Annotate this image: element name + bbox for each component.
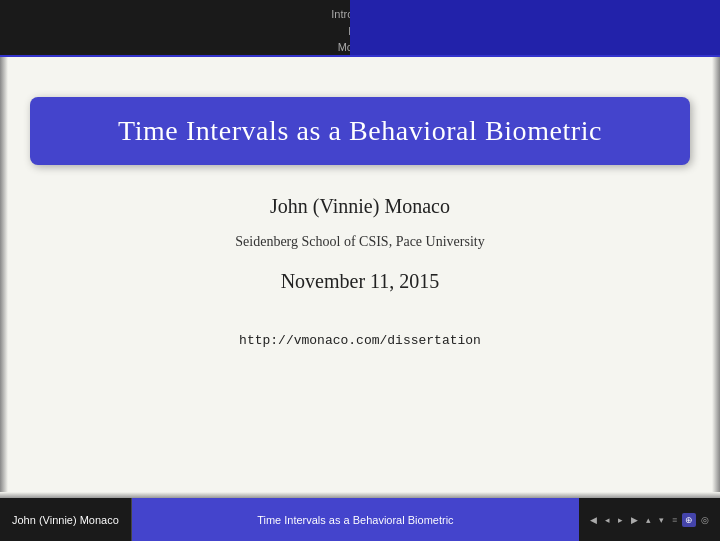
nav-first-button[interactable]: ◀ (587, 513, 600, 527)
slide-main-area: Time Intervals as a Behavioral Biometric… (0, 57, 720, 498)
bottom-navigation-bar: John (Vinnie) Monaco Time Intervals as a… (0, 498, 720, 541)
footer-author-label: John (Vinnie) Monaco (0, 498, 132, 541)
slide-title-box: Time Intervals as a Behavioral Biometric (30, 97, 690, 165)
footer-controls: ◀ ◂ ▸ ▶ ▴ ▾ ≡ ⊕ ◎ (579, 498, 720, 541)
slide-institution: Seidenberg School of CSIS, Pace Universi… (235, 234, 484, 250)
nav-last-button[interactable]: ▶ (628, 513, 641, 527)
slide-left-shadow (0, 57, 8, 498)
slide-url[interactable]: http://vmonaco.com/dissertation (239, 333, 481, 348)
top-navigation-bar: Introduction Data Modeling Conclusions (0, 0, 720, 57)
settings-button[interactable]: ◎ (698, 513, 712, 527)
nav-prev-button[interactable]: ◂ (602, 513, 613, 527)
slide-right-shadow (712, 57, 720, 498)
header-right-block (350, 0, 720, 57)
nav-next-button[interactable]: ▸ (615, 513, 626, 527)
slide-title: Time Intervals as a Behavioral Biometric (60, 115, 660, 147)
slide-author: John (Vinnie) Monaco (270, 195, 450, 218)
menu-button[interactable]: ≡ (669, 513, 680, 527)
nav-down-button[interactable]: ▾ (656, 513, 667, 527)
slide-date: November 11, 2015 (281, 270, 440, 293)
slide-bottom-shadow (0, 492, 720, 498)
zoom-button[interactable]: ⊕ (682, 513, 696, 527)
footer-title-label: Time Intervals as a Behavioral Biometric (132, 498, 579, 541)
nav-up-button[interactable]: ▴ (643, 513, 654, 527)
